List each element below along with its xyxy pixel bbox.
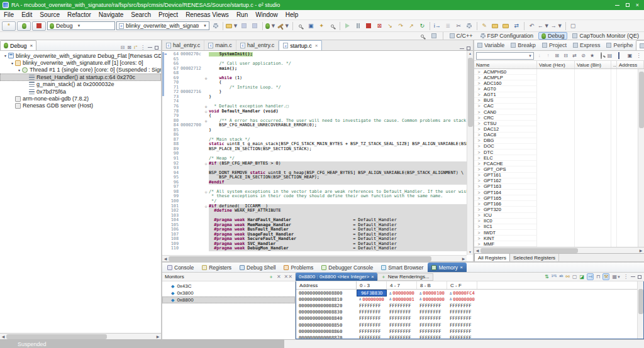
tree-expander-icon[interactable]: > <box>474 81 484 85</box>
fold-marker-icon[interactable]: ⊕ <box>203 119 209 124</box>
memory-column-c-f[interactable]: C - F <box>447 281 477 289</box>
debug-tree-item[interactable]: arm-none-eabi-gdb (7.8.2) <box>0 95 161 102</box>
debug-tree-item[interactable]: Reset_Handler() at startup.c:64 0x270c <box>0 73 161 80</box>
tree-expander-icon[interactable]: > <box>474 173 484 177</box>
register-row-acmplp[interactable]: >ACMPLP <box>474 75 644 80</box>
tree-expander-icon[interactable]: > <box>474 98 484 102</box>
use-step-filters-button[interactable]: ✂ <box>454 21 464 31</box>
memory-cell[interactable]: FFFFFFFF <box>417 322 447 328</box>
search-icon[interactable] <box>418 31 427 41</box>
register-row-gpt162[interactable]: >GPT162 <box>474 178 644 184</box>
code-line-109[interactable]: 109 #pragma weak SVC_Handler = Default_H… <box>162 242 467 247</box>
memory-cell[interactable]: 00000000 <box>447 296 477 302</box>
editor-tab-startup-c[interactable]: startup.c× <box>279 40 322 50</box>
register-row-gpt166[interactable]: >GPT166 <box>474 201 644 207</box>
code-line-88[interactable]: 88static uint8_t g_main_stack[BSP_CFG_ST… <box>162 142 467 147</box>
tab-problems[interactable]: Problems <box>280 263 317 272</box>
tree-expander-icon[interactable]: ▾ <box>3 53 8 58</box>
debug-tree-item[interactable]: Renesas GDB server (Host) <box>0 102 161 109</box>
fold-marker-icon[interactable]: ⊖ <box>203 204 209 209</box>
code-line-85[interactable]: 85} <box>162 128 467 133</box>
register-row-acmphs0[interactable]: >ACMPHS0 <box>474 69 644 75</box>
memory-cell[interactable]: FFFFFFFF <box>447 328 477 334</box>
code-line-105[interactable]: 105 #pragma weak MemManage_Handler = Def… <box>162 223 467 228</box>
profiling-button[interactable] <box>465 21 474 31</box>
tab-periphe[interactable]: Periphe <box>603 40 636 50</box>
menu-edit[interactable]: Edit <box>18 10 36 19</box>
code-line-84[interactable]: 8400002700 BSP_CFG_HANDLE_UNRECOVERABLE_… <box>162 123 467 128</box>
code-line-90[interactable]: 90 <box>162 151 467 156</box>
step-filter-icon[interactable]: i⁺ <box>134 45 138 50</box>
menu-navigate[interactable]: Navigate <box>95 10 127 19</box>
code-line-95[interactable]: 95 BSP_PLACE_IN_SECTION(BSP_SECTION_HEAP… <box>162 175 467 180</box>
register-row-fcache[interactable]: >FCACHE <box>474 161 644 166</box>
code-line-70[interactable]: 70 { <box>162 80 467 85</box>
open-element-button[interactable] <box>328 21 337 31</box>
maximize-view-icon[interactable] <box>155 46 158 50</box>
minimize-view-icon[interactable] <box>148 47 152 48</box>
tree-expander-icon[interactable]: > <box>474 121 484 126</box>
memory-cell[interactable]: FFFFFFFF <box>357 328 387 334</box>
menu-renesas-views[interactable]: Renesas Views <box>182 10 233 19</box>
tree-expander-icon[interactable]: > <box>474 178 484 183</box>
code-line-97[interactable]: 97 <box>162 185 467 190</box>
tree-expander-icon[interactable]: > <box>474 116 484 120</box>
maximize-window-icon[interactable] <box>626 3 630 7</box>
launch-mode-combo[interactable]: Debug ▼ <box>47 21 115 30</box>
link-renderings-icon[interactable]: ⚒ <box>602 273 609 280</box>
link-icon[interactable]: ⚯ <box>565 274 570 280</box>
tree-expander-icon[interactable]: > <box>474 127 484 131</box>
move-down-icon[interactable]: ↓ <box>536 53 543 58</box>
memory-cell[interactable]: FFFFFFFF <box>357 309 387 315</box>
refresh-icon[interactable]: ⇄ <box>571 53 578 58</box>
tab-express[interactable]: Express <box>570 40 604 50</box>
tree-expander-icon[interactable]: > <box>474 156 484 160</box>
memory-cell[interactable]: FFFFFFFF <box>387 328 417 334</box>
code-line-108[interactable]: 108 #pragma weak SecureFault_Handler = D… <box>162 237 467 242</box>
column-header-value-hex-[interactable]: Value (Hex) <box>537 61 575 68</box>
close-window-icon[interactable]: × <box>636 3 639 8</box>
perspective-debug[interactable]: Debug <box>538 32 568 40</box>
register-row-dtc[interactable]: >DTC <box>474 150 644 155</box>
open-perspective-icon[interactable] <box>430 31 439 41</box>
launch-config-combo[interactable]: blinky_overwrite_with_signature D ▼ <box>116 21 209 30</box>
memory-rendering-tab[interactable]: 0x8800 : 0x8800 <Hex Integer> × <box>296 273 377 281</box>
memory-column-8-b[interactable]: 8 - B <box>417 281 447 289</box>
memory-cell[interactable]: 00000001 <box>387 296 417 302</box>
editor-vscrollbar[interactable]: ▲ ▼ <box>467 51 473 255</box>
load-ancillary-button[interactable] <box>501 21 511 31</box>
last-edit-location-button[interactable]: ↶ <box>527 21 536 31</box>
memory-cell[interactable]: FFFFFFFF <box>447 334 477 339</box>
launch-settings-gear-icon[interactable] <box>211 21 220 31</box>
maximize-view-icon[interactable] <box>467 46 470 50</box>
new-wizard-button[interactable]: ▼ <box>226 21 238 31</box>
register-row-gpt164[interactable]: >GPT164 <box>474 190 644 195</box>
code-line-79[interactable]: 79{ <box>162 114 467 119</box>
forward-button[interactable]: →▼ <box>551 21 563 31</box>
register-row-iic1[interactable]: >IIC1 <box>474 224 644 230</box>
memory-cell[interactable]: FFFFFFFF <box>387 322 417 328</box>
memory-cell[interactable]: FFFFFFFF <box>357 315 387 322</box>
register-row-dac8[interactable]: >DAC8 <box>474 133 644 138</box>
tab-console[interactable]: Console <box>164 263 197 272</box>
code-line-96[interactable]: 96#endif <box>162 180 467 185</box>
external-tools-button[interactable]: ✦ <box>317 21 326 31</box>
register-row-dac12[interactable]: >DAC12 <box>474 126 644 132</box>
save-button[interactable] <box>240 21 249 31</box>
menu-search[interactable]: Search <box>127 10 155 19</box>
register-row-gpt_ops[interactable]: >GPT_OPS <box>474 166 644 172</box>
register-row-dbg[interactable]: >DBG <box>474 138 644 144</box>
column-header-address[interactable]: Address <box>617 61 644 68</box>
register-row-bus[interactable]: >BUS <box>474 98 644 104</box>
register-row-iwdt[interactable]: >IWDT <box>474 230 644 236</box>
tab-project[interactable]: Project <box>539 40 570 50</box>
tab-debug-view[interactable]: Debug × <box>0 40 36 50</box>
register-row-ctsu[interactable]: >CTSU <box>474 121 644 126</box>
memory-cell[interactable]: FFFFFFFF <box>417 328 447 334</box>
code-line-98[interactable]: 98⊖/* All system exceptions in the vecto… <box>162 190 467 195</box>
remove-register-icon[interactable]: ⊘ <box>580 53 587 58</box>
memory-vscrollbar[interactable] <box>637 281 643 339</box>
register-row-agt1[interactable]: >AGT1 <box>474 92 644 98</box>
tree-expander-icon[interactable]: ▾ <box>9 61 15 65</box>
view-menu-icon[interactable]: ⋮ <box>623 274 628 280</box>
